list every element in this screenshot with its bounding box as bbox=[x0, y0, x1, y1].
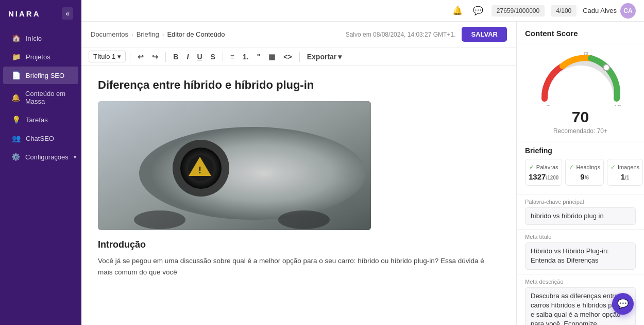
sidebar-item-label: Briefing SEO bbox=[26, 72, 64, 79]
toolbar-separator-2 bbox=[165, 52, 166, 62]
briefing-card-imagens: ✓ Imagens 1/1 bbox=[607, 159, 643, 186]
meta-titulo-value: Híbrido vs Híbrido Plug-in: Entenda as D… bbox=[525, 242, 636, 269]
imagens-value: 1/1 bbox=[611, 172, 639, 181]
svg-point-8 bbox=[278, 210, 330, 229]
palavra-chave-label: Palavra-chave principal bbox=[525, 199, 636, 205]
sidebar-item-briefing-seo[interactable]: 📄 Briefing SEO bbox=[3, 67, 78, 84]
sidebar-item-inicio[interactable]: 🏠 Início bbox=[3, 29, 78, 47]
sidebar-item-projetos[interactable]: 📁 Projetos bbox=[3, 48, 78, 66]
score-number: 70 bbox=[525, 108, 636, 126]
palavras-label: Palavras bbox=[536, 164, 558, 170]
chevron-down-icon: ▾ bbox=[338, 53, 342, 61]
gear-icon: ⚙️ bbox=[11, 153, 20, 161]
briefing-section: Briefing ✓ Palavras 1327/1200 ✓ bbox=[517, 141, 644, 194]
sidebar-item-conteudo[interactable]: 🔔 Conteúdo em Massa bbox=[3, 85, 78, 110]
chat-bubble-icon: 💬 bbox=[617, 298, 629, 310]
article-image: ! bbox=[98, 101, 371, 230]
sidebar-item-configuracoes[interactable]: ⚙️ Configurações ▾ bbox=[3, 148, 78, 166]
palavras-sub: /1200 bbox=[546, 175, 558, 181]
palavra-chave-value: híbrido vs híbrido plug in bbox=[525, 207, 636, 225]
breadcrumb-briefing[interactable]: Briefing bbox=[137, 30, 159, 38]
sidebar-nav: 🏠 Início 📁 Projetos 📄 Briefing SEO 🔔 Con… bbox=[0, 25, 81, 325]
breadcrumb-documentos[interactable]: Documentos bbox=[91, 30, 128, 38]
ordered-list-button[interactable]: 1. bbox=[240, 51, 252, 62]
sidebar-item-label: Configurações bbox=[25, 153, 69, 161]
toolbar-separator-3 bbox=[223, 52, 223, 62]
score-badge: 4/100 bbox=[551, 5, 577, 17]
check-icon: ✓ bbox=[611, 164, 616, 171]
content-score-title: Content Score bbox=[517, 22, 644, 43]
breadcrumb: Documentos › Briefing › Editor de Conteú… bbox=[91, 30, 225, 38]
blockquote-button[interactable]: " bbox=[254, 51, 264, 62]
sidebar-item-label: Projetos bbox=[26, 53, 50, 61]
check-icon: ✓ bbox=[569, 164, 574, 171]
code-button[interactable]: <> bbox=[280, 51, 295, 62]
imagens-sub: /1 bbox=[625, 175, 629, 181]
avatar: CA bbox=[620, 3, 636, 19]
underline-button[interactable]: U bbox=[194, 51, 205, 62]
section-paragraph: Você já se pegou em uma discussão sobre … bbox=[98, 255, 500, 279]
italic-button[interactable]: I bbox=[183, 51, 192, 62]
global-topbar: 🔔 💬 27659/1000000 4/100 Cadu Alves CA bbox=[81, 0, 644, 22]
sidebar-collapse-button[interactable]: « bbox=[62, 7, 73, 20]
logo-text: NIARA bbox=[8, 9, 41, 18]
toolbar-separator-4 bbox=[299, 52, 300, 62]
sidebar-item-tarefas[interactable]: 💡 Tarefas bbox=[3, 111, 78, 128]
headings-label: Headings bbox=[576, 164, 600, 170]
palavras-number: 1327 bbox=[529, 172, 546, 181]
bell-icon: 🔔 bbox=[11, 93, 20, 102]
sidebar-item-chatseo[interactable]: 👥 ChatSEO bbox=[3, 129, 78, 147]
briefing-card-palavras: ✓ Palavras 1327/1200 bbox=[525, 159, 562, 186]
save-button[interactable]: SALVAR bbox=[462, 27, 507, 42]
svg-text:!: ! bbox=[198, 165, 201, 175]
chat-button[interactable]: 💬 bbox=[471, 4, 485, 18]
group-icon: 👥 bbox=[11, 134, 21, 142]
document-icon: 📄 bbox=[11, 71, 21, 79]
sidebar-item-label: Início bbox=[26, 35, 42, 42]
headings-header: ✓ Headings bbox=[569, 164, 600, 171]
bold-button[interactable]: B bbox=[170, 51, 181, 62]
strikethrough-button[interactable]: S bbox=[208, 51, 218, 62]
toolbar-separator-1 bbox=[130, 52, 130, 62]
headings-value: 9/6 bbox=[569, 172, 600, 181]
headings-number: 9 bbox=[580, 172, 584, 181]
article-title: Diferença entre híbrido e híbrido plug-i… bbox=[98, 78, 500, 92]
topbar-actions: Salvo em 08/08/2024, 14:03:27 GMT+1. SAL… bbox=[346, 27, 507, 42]
palavra-chave-section: Palavra-chave principal híbrido vs híbri… bbox=[517, 194, 644, 229]
breadcrumb-sep-2: › bbox=[162, 31, 164, 38]
svg-point-7 bbox=[134, 210, 185, 229]
headings-sub: /6 bbox=[585, 175, 589, 181]
redo-button[interactable]: ↪ bbox=[149, 51, 161, 62]
bullet-list-button[interactable]: ≡ bbox=[227, 51, 238, 62]
meta-titulo-section: Meta título Híbrido vs Híbrido Plug-in: … bbox=[517, 229, 644, 273]
folder-icon: 📁 bbox=[11, 53, 21, 61]
svg-point-9 bbox=[603, 64, 609, 71]
meta-titulo-label: Meta título bbox=[525, 234, 636, 240]
palavras-value: 1327/1200 bbox=[529, 172, 558, 181]
home-icon: 🏠 bbox=[11, 34, 21, 42]
sidebar: NIARA « 🏠 Início 📁 Projetos 📄 Briefing S… bbox=[0, 0, 81, 325]
palavras-header: ✓ Palavras bbox=[529, 164, 558, 171]
svg-text:25: 25 bbox=[545, 104, 550, 106]
export-button[interactable]: Exportar ▾ bbox=[304, 51, 345, 62]
sidebar-item-label: Tarefas bbox=[26, 116, 48, 124]
chat-bubble-button[interactable]: 💬 bbox=[612, 293, 634, 315]
imagens-header: ✓ Imagens bbox=[611, 164, 639, 171]
breadcrumb-current: Editor de Conteúdo bbox=[167, 30, 225, 38]
undo-button[interactable]: ↩ bbox=[134, 51, 147, 62]
heading-select[interactable]: Título 1 ▾ bbox=[89, 51, 126, 62]
breadcrumb-sep-1: › bbox=[131, 31, 133, 38]
lightbulb-icon: 💡 bbox=[11, 116, 21, 124]
chevron-down-icon: ▾ bbox=[74, 154, 76, 160]
word-count-badge: 27659/1000000 bbox=[492, 5, 545, 17]
sidebar-item-label: ChatSEO bbox=[26, 135, 54, 142]
briefing-title: Briefing bbox=[525, 147, 636, 155]
main-area: 🔔 💬 27659/1000000 4/100 Cadu Alves CA Do… bbox=[81, 0, 644, 325]
table-button[interactable]: ▦ bbox=[265, 51, 278, 62]
check-icon: ✓ bbox=[529, 164, 534, 171]
alert-button[interactable]: 🔔 bbox=[450, 4, 465, 18]
score-recommended: Recomendado: 70+ bbox=[525, 127, 636, 135]
editor-breadcrumb-bar: Documentos › Briefing › Editor de Conteú… bbox=[81, 22, 516, 47]
svg-text:100: 100 bbox=[614, 104, 621, 106]
editor-content[interactable]: Diferença entre híbrido e híbrido plug-i… bbox=[81, 66, 516, 325]
